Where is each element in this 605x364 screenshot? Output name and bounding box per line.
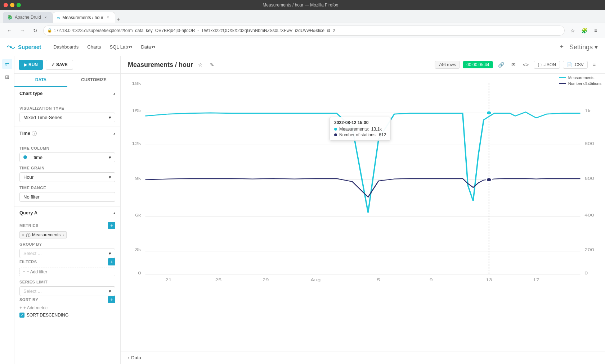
nav-sqllab[interactable]: SQL Lab ▾ <box>106 42 136 52</box>
embed-code-button[interactable]: <> <box>521 60 531 69</box>
menu-button[interactable]: ≡ <box>591 26 601 36</box>
browser-tab-measurements[interactable]: ∞ Measurements / hour × <box>53 12 115 23</box>
back-button[interactable]: ← <box>4 26 14 36</box>
window-minimize-btn[interactable] <box>10 3 14 7</box>
main-nav: Dashboards Charts SQL Lab ▾ Data ▾ <box>50 42 159 52</box>
nav-charts[interactable]: Charts <box>84 42 104 52</box>
x-label-aug: Aug <box>310 277 321 282</box>
query-a-chevron <box>113 211 115 215</box>
settings-button[interactable]: Settings ▾ <box>568 42 599 53</box>
x-label-9: 9 <box>430 277 433 282</box>
chart-type-title: Chart type <box>19 91 42 96</box>
sort-descending-checkbox[interactable]: ✓ <box>19 313 24 318</box>
browser-tab-measurements-label: Measurements / hour <box>62 15 103 20</box>
add-metric-plus: + <box>19 305 22 310</box>
query-a-header[interactable]: Query A <box>14 206 120 219</box>
add-metric-button[interactable]: + + Add metric <box>19 305 115 310</box>
more-options-button[interactable]: ≡ <box>591 60 598 69</box>
tab-customize[interactable]: CUSTOMIZE <box>67 74 120 87</box>
browser-tab-druid-close[interactable]: × <box>43 15 48 20</box>
extensions-button[interactable]: 🧩 <box>579 26 589 36</box>
chart-type-header[interactable]: Chart type <box>14 87 120 100</box>
time-column-select[interactable]: __time ▾ <box>19 153 115 162</box>
filters-label: FILTERS <box>19 260 37 264</box>
app-header: Superset Dashboards Charts SQL Lab ▾ Dat… <box>0 38 605 56</box>
x-label-13: 13 <box>486 277 492 282</box>
save-button[interactable]: ✓ SAVE <box>46 60 73 70</box>
series-limit-chevron: ▾ <box>109 288 111 294</box>
metric-tag-icon: ƒ() <box>26 233 30 237</box>
druid-tab-icon: 🐉 <box>7 15 13 20</box>
window-maximize-btn[interactable] <box>17 3 21 7</box>
group-by-select[interactable]: Select ... ▾ <box>19 249 115 258</box>
time-range-label: TIME RANGE <box>19 186 115 190</box>
superset-tab-icon: ∞ <box>57 15 60 20</box>
sort-descending-label: SORT DESCENDING <box>27 313 68 318</box>
sort-by-header: SORT BY + <box>19 296 115 303</box>
metric-tag-expand[interactable]: › <box>63 233 64 237</box>
series-limit-select[interactable]: Select ... ▾ <box>19 286 115 296</box>
tab-data[interactable]: DATA <box>14 74 67 87</box>
y-right-400: 400 <box>584 213 594 217</box>
share-email-button[interactable]: ✉ <box>509 60 518 69</box>
url-bar[interactable]: 🔒 172.18.0.4:32251/superset/explore/?for… <box>43 26 565 36</box>
query-a-content: METRICS + × ƒ() Measurements › GROUP BY … <box>14 219 120 322</box>
chart-type-chevron <box>113 91 115 95</box>
metrics-header: METRICS + <box>19 222 115 229</box>
rows-count-badge: 746 rows <box>435 61 460 69</box>
time-section-header[interactable]: Time i <box>14 127 120 140</box>
nav-dashboards[interactable]: Dashboards <box>50 42 82 52</box>
x-label-5: 5 <box>377 277 380 282</box>
metrics-list: × ƒ() Measurements › <box>19 231 115 238</box>
sort-by-label: SORT BY <box>19 297 38 302</box>
time-grain-select[interactable]: Hour ▾ <box>19 172 115 182</box>
y-left-3k: 3k <box>135 247 142 252</box>
chart-favorite-button[interactable]: ☆ <box>196 60 205 69</box>
sort-by-add-button[interactable]: + <box>108 296 115 303</box>
share-link-button[interactable]: 🔗 <box>496 60 506 69</box>
browser-tab-druid[interactable]: 🐉 Apache Druid × <box>3 12 53 23</box>
chart-type-content: VISUALIZATION TYPE Mixed Time-Series ▾ <box>14 100 120 127</box>
forward-button[interactable]: → <box>17 26 27 36</box>
metrics-add-button[interactable]: + <box>108 222 115 229</box>
export-csv-button[interactable]: 📄 .CSV <box>563 61 588 69</box>
export-json-button[interactable]: { } .JSON <box>534 61 560 69</box>
legend-label-measurements: Measurements <box>568 76 595 80</box>
nav-data[interactable]: Data ▾ <box>137 42 158 52</box>
mini-sidebar-grid[interactable]: ⊞ <box>2 72 12 82</box>
chart-legend: Measurements Number of stations <box>559 76 601 86</box>
add-button[interactable]: + <box>558 42 565 52</box>
bookmark-button[interactable]: ☆ <box>568 26 578 36</box>
metric-tag-measurements: × ƒ() Measurements › <box>19 231 67 238</box>
mini-sidebar-expand[interactable]: ⇄ <box>2 59 12 69</box>
browser-tab-measurements-close[interactable]: × <box>106 15 111 20</box>
metric-tag-remove[interactable]: × <box>22 233 24 237</box>
add-filter-button[interactable]: + + Add filter <box>19 268 115 276</box>
run-button[interactable]: ▶ RUN <box>19 60 43 70</box>
reload-button[interactable]: ↻ <box>30 26 40 36</box>
y-right-800: 800 <box>584 141 594 146</box>
tooltip-dot-stations <box>486 178 492 182</box>
filters-add-button[interactable]: + <box>108 258 115 265</box>
time-section: Time i TIME COLUMN __time ▾ TIME GRAIN H… <box>14 127 120 206</box>
y-left-0: 0 <box>138 270 141 275</box>
chart-type-section: Chart type VISUALIZATION TYPE Mixed Time… <box>14 87 120 127</box>
viz-type-select[interactable]: Mixed Time-Series ▾ <box>19 113 115 122</box>
json-icon: { } <box>538 62 542 67</box>
group-by-label: GROUP BY <box>19 242 115 246</box>
time-range-select[interactable]: No filter <box>19 192 115 202</box>
browser-window-controls <box>4 3 21 7</box>
chart-edit-button[interactable]: ✎ <box>208 60 216 69</box>
window-close-btn[interactable] <box>4 3 8 7</box>
time-column-label: TIME COLUMN <box>19 146 115 150</box>
data-section-label[interactable]: Data <box>131 355 141 360</box>
y-left-18k: 18k <box>132 81 142 86</box>
tooltip-dot-measurements <box>486 111 492 115</box>
new-tab-button[interactable]: + <box>115 16 121 23</box>
browser-tab-druid-label: Apache Druid <box>15 15 41 20</box>
query-a-title: Query A <box>19 210 37 215</box>
chart-header-actions: 746 rows 00:00:05.44 🔗 ✉ <> { } .JSON 📄 … <box>435 60 598 69</box>
browser-titlebar: Measurements / hour — Mozilla Firefox <box>0 0 605 10</box>
legend-line-measurements <box>559 77 566 78</box>
legend-label-stations: Number of stations <box>568 81 601 86</box>
